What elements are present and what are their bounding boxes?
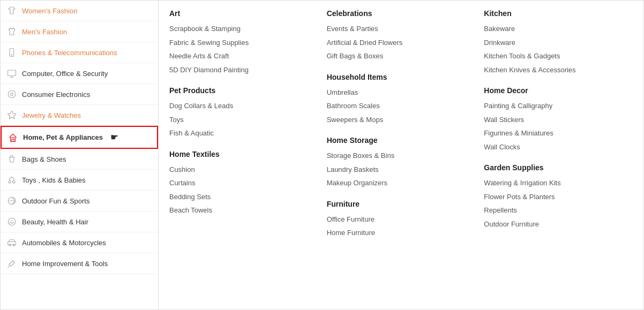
phones-telecom-icon	[7, 48, 17, 57]
section-title: Home Textiles	[169, 150, 310, 158]
section-item[interactable]: Kitchen Tools & Gadgets	[484, 49, 624, 63]
bags-shoes-icon	[7, 154, 17, 164]
section-item[interactable]: Gift Bags & Boxes	[327, 49, 467, 63]
page-container: Women's FashionMen's FashionPhones & Tel…	[0, 0, 644, 310]
jewelry-watches-icon	[7, 110, 17, 120]
section-title: Home Storage	[327, 136, 467, 145]
sidebar-item-label-consumer-electronics: Consumer Electronics	[22, 90, 90, 99]
svg-point-11	[13, 181, 16, 184]
sidebar-item-jewelry-watches[interactable]: Jewelry & Watches	[1, 105, 158, 126]
section-item[interactable]: Wall Clocks	[484, 140, 624, 154]
sidebar-item-label-automobiles: Automobiles & Motorcycles	[22, 239, 106, 247]
section-item[interactable]: Laundry Baskets	[327, 163, 467, 177]
beauty-health-icon	[7, 217, 17, 226]
section-item[interactable]: Curtains	[169, 176, 310, 190]
section-title: Pet Products	[169, 86, 310, 95]
svg-point-6	[11, 93, 13, 96]
section-celebrations: CelebrationsEvents & PartiesArtificial &…	[327, 9, 467, 63]
section-item[interactable]: Events & Parties	[327, 22, 467, 36]
section-item[interactable]: Wall Stickers	[484, 113, 624, 127]
svg-line-18	[8, 266, 10, 268]
sidebar-item-outdoor-sports[interactable]: Outdoor Fun & Sports	[1, 191, 158, 211]
section-item[interactable]: Makeup Organizers	[327, 176, 467, 190]
womens-fashion-icon	[7, 6, 17, 16]
section-item[interactable]: Outdoor Furniture	[484, 217, 624, 231]
sidebar-item-consumer-electronics[interactable]: Consumer Electronics	[1, 84, 158, 105]
section-item[interactable]: Scrapbook & Stamping	[169, 22, 310, 36]
section-title: Household Items	[327, 73, 467, 81]
section-item[interactable]: Home Furniture	[327, 226, 467, 240]
sidebar-item-automobiles[interactable]: Automobiles & Motorcycles	[1, 232, 158, 253]
section-item[interactable]: Artificial & Dried Flowers	[327, 36, 467, 50]
section-item[interactable]: Toys	[169, 113, 310, 127]
consumer-electronics-icon	[7, 89, 17, 99]
mens-fashion-icon	[7, 27, 17, 36]
svg-point-1	[11, 55, 12, 56]
sidebar-item-phones-telecom[interactable]: Phones & Telecommunications	[1, 42, 158, 63]
sidebar-item-womens-fashion[interactable]: Women's Fashion	[1, 1, 158, 21]
section-title: Home Decor	[484, 86, 624, 95]
section-home-storage: Home StorageStorage Boxes & BinsLaundry …	[327, 136, 467, 190]
home-pet-appliances-icon	[8, 133, 18, 142]
section-garden-supplies: Garden SuppliesWatering & Irrigation Kit…	[484, 163, 624, 231]
sidebar-item-home-pet-appliances[interactable]: Home, Pet & Appliances☛	[1, 126, 158, 149]
sidebar-item-label-womens-fashion: Women's Fashion	[22, 7, 77, 15]
sidebar-item-beauty-health[interactable]: Beauty, Health & Hair	[1, 211, 158, 232]
section-art: ArtScrapbook & StampingFabric & Sewing S…	[169, 9, 310, 77]
section-item[interactable]: Flower Pots & Planters	[484, 190, 624, 204]
svg-marker-7	[8, 111, 16, 119]
section-title: Art	[169, 9, 310, 18]
sidebar-item-label-beauty-health: Beauty, Health & Hair	[22, 218, 88, 226]
sidebar-item-home-improvement[interactable]: Home Improvement & Tools	[1, 253, 158, 274]
sidebar-item-label-jewelry-watches: Jewelry & Watches	[22, 111, 81, 119]
section-item[interactable]: Cushion	[169, 163, 310, 177]
section-item[interactable]: Kitchen Knives & Accessories	[484, 63, 624, 77]
section-item[interactable]: Sweepers & Mops	[327, 113, 467, 127]
sidebar-item-computer-office[interactable]: Computer, Office & Security	[1, 63, 158, 84]
sidebar-item-toys-kids[interactable]: Toys , Kids & Babies	[1, 170, 158, 191]
section-household-items: Household ItemsUmbrellasBathroom ScalesS…	[327, 73, 467, 127]
outdoor-sports-icon	[7, 196, 17, 206]
sidebar-item-label-mens-fashion: Men's Fashion	[22, 28, 67, 36]
section-item[interactable]: Office Furniture	[327, 213, 467, 226]
sidebar-item-label-bags-shoes: Bags & Shoes	[22, 155, 66, 163]
section-item[interactable]: Umbrellas	[327, 86, 467, 100]
section-title: Kitchen	[484, 9, 624, 18]
section-item[interactable]: 5D DIY Diamond Painting	[169, 63, 310, 77]
column-col2: CelebrationsEvents & PartiesArtificial &…	[318, 9, 476, 301]
section-pet-products: Pet ProductsDog Collars & LeadsToysFish …	[169, 86, 310, 140]
sidebar-item-bags-shoes[interactable]: Bags & Shoes	[1, 149, 158, 170]
home-improvement-icon	[7, 259, 17, 268]
section-item[interactable]: Bakeware	[484, 22, 624, 36]
section-title: Celebrations	[327, 9, 467, 18]
section-item[interactable]: Bathroom Scales	[327, 99, 467, 113]
section-item[interactable]: Storage Boxes & Bins	[327, 149, 467, 163]
toys-kids-icon	[7, 175, 17, 185]
section-item[interactable]: Beach Towels	[169, 203, 310, 217]
section-item[interactable]: Drinkware	[484, 36, 624, 50]
sidebar-item-label-phones-telecom: Phones & Telecommunications	[22, 49, 117, 57]
section-home-textiles: Home TextilesCushionCurtainsBedding Sets…	[169, 150, 310, 217]
sidebar-item-label-home-pet-appliances: Home, Pet & Appliances	[23, 133, 103, 141]
section-item[interactable]: Needle Arts & Craft	[169, 49, 310, 63]
sidebar-item-label-toys-kids: Toys , Kids & Babies	[22, 176, 86, 184]
svg-rect-8	[11, 138, 16, 142]
automobiles-icon	[7, 238, 17, 247]
section-item[interactable]: Repellents	[484, 203, 624, 217]
column-col3: KitchenBakewareDrinkwareKitchen Tools & …	[475, 9, 633, 301]
section-item[interactable]: Figurines & Miniatures	[484, 126, 624, 140]
svg-rect-9	[12, 139, 14, 142]
section-item[interactable]: Fish & Aquatic	[169, 126, 310, 140]
section-item[interactable]: Fabric & Sewing Supplies	[169, 36, 310, 50]
svg-rect-2	[8, 70, 16, 76]
section-item[interactable]: Bedding Sets	[169, 190, 310, 204]
section-item[interactable]: Watering & Irrigation Kits	[484, 176, 624, 190]
column-col1: ArtScrapbook & StampingFabric & Sewing S…	[169, 9, 318, 301]
section-kitchen: KitchenBakewareDrinkwareKitchen Tools & …	[484, 9, 624, 77]
section-item[interactable]: Painting & Calligraphy	[484, 99, 624, 113]
sidebar: Women's FashionMen's FashionPhones & Tel…	[1, 1, 159, 309]
section-item[interactable]: Dog Collars & Leads	[169, 99, 310, 113]
svg-point-5	[8, 90, 16, 98]
sidebar-item-label-computer-office: Computer, Office & Security	[22, 70, 108, 78]
sidebar-item-mens-fashion[interactable]: Men's Fashion	[1, 21, 158, 42]
